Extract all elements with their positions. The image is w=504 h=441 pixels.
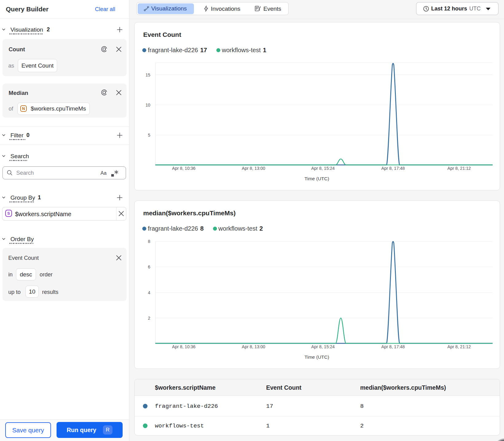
svg-text:Apr 8, 10:36: Apr 8, 10:36 (172, 166, 195, 171)
svg-text:Apr 8, 21:12: Apr 8, 21:12 (447, 166, 471, 171)
svg-text:10: 10 (145, 103, 150, 107)
svg-text:Apr 8, 17:48: Apr 8, 17:48 (381, 344, 405, 349)
svg-text:Apr 8, 13:00: Apr 8, 13:00 (242, 166, 265, 171)
svg-text:Apr 8, 10:36: Apr 8, 10:36 (172, 344, 195, 349)
svg-text:Time (UTC): Time (UTC) (305, 354, 329, 360)
svg-text:2: 2 (148, 316, 150, 321)
svg-text:Apr 8, 13:00: Apr 8, 13:00 (242, 344, 265, 349)
svg-text:Apr 8, 17:48: Apr 8, 17:48 (381, 166, 405, 171)
svg-text:5: 5 (148, 133, 150, 138)
svg-text:4: 4 (148, 290, 150, 295)
svg-text:6: 6 (148, 264, 150, 269)
svg-text:Apr 8, 21:12: Apr 8, 21:12 (447, 344, 471, 349)
svg-text:8: 8 (148, 239, 150, 244)
svg-text:Time (UTC): Time (UTC) (305, 176, 329, 181)
svg-text:Apr 8, 15:24: Apr 8, 15:24 (311, 344, 335, 349)
svg-text:Apr 8, 15:24: Apr 8, 15:24 (311, 166, 335, 171)
svg-text:15: 15 (145, 72, 150, 77)
